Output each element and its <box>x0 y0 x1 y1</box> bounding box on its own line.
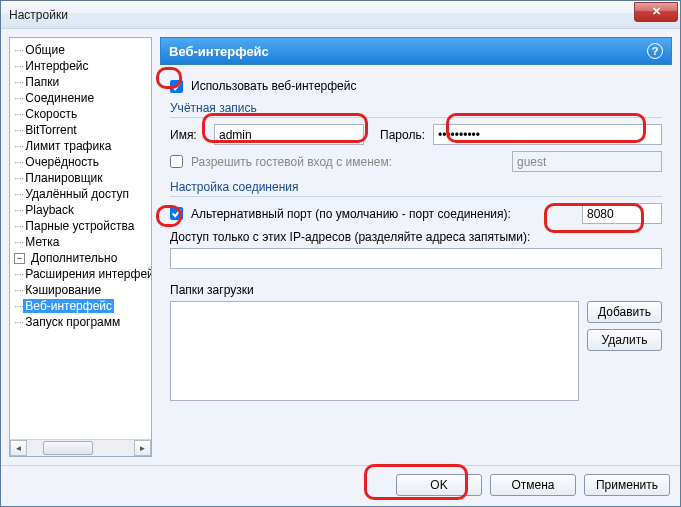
tree-item[interactable]: Парные устройства <box>14 218 149 234</box>
tree-item[interactable]: Лимит трафика <box>14 138 149 154</box>
username-input[interactable] <box>214 124 364 145</box>
alt-port-input[interactable] <box>582 203 662 224</box>
titlebar: Настройки ✕ <box>1 1 680 29</box>
horizontal-scrollbar[interactable]: ◄ ► <box>10 439 151 456</box>
ip-access-label: Доступ только с этих IP-адресов (разделя… <box>170 230 662 244</box>
ok-button[interactable]: OK <box>396 474 482 496</box>
tree-item[interactable]: Запуск программ <box>14 314 149 330</box>
alt-port-label: Альтернативный порт (по умолчанию - порт… <box>191 207 574 221</box>
name-label: Имя: <box>170 128 206 142</box>
tree-item[interactable]: Удалённый доступ <box>14 186 149 202</box>
tree-item[interactable]: Планировщик <box>14 170 149 186</box>
tree-item[interactable]: Playback <box>14 202 149 218</box>
password-input[interactable] <box>433 124 662 145</box>
scroll-left-icon[interactable]: ◄ <box>10 440 27 456</box>
tree-item[interactable]: Соединение <box>14 90 149 106</box>
download-folders-label: Папки загрузки <box>170 283 662 297</box>
close-button[interactable]: ✕ <box>634 2 678 22</box>
scroll-thumb[interactable] <box>43 441 93 455</box>
scroll-right-icon[interactable]: ► <box>134 440 151 456</box>
apply-button[interactable]: Применить <box>584 474 670 496</box>
cancel-button[interactable]: Отмена <box>490 474 576 496</box>
tree-item[interactable]: Скорость <box>14 106 149 122</box>
window-title: Настройки <box>9 8 634 22</box>
tree-item[interactable]: Кэширование <box>14 282 149 298</box>
tree-item[interactable]: Очерёдность <box>14 154 149 170</box>
enable-webui-checkbox[interactable] <box>170 80 183 93</box>
tree-item-advanced[interactable]: −Дополнительно <box>14 250 149 266</box>
guest-label: Разрешить гостевой вход с именем: <box>191 155 504 169</box>
help-icon[interactable]: ? <box>647 43 663 59</box>
alt-port-checkbox[interactable] <box>170 207 183 220</box>
account-group-label: Учётная запись <box>170 101 662 118</box>
tree-item[interactable]: BitTorrent <box>14 122 149 138</box>
delete-button[interactable]: Удалить <box>587 329 662 351</box>
ip-access-input[interactable] <box>170 248 662 269</box>
connection-group-label: Настройка соединения <box>170 180 662 197</box>
panel-title: Веб-интерфейс <box>169 44 269 59</box>
guest-name-input <box>512 151 662 172</box>
panel-header: Веб-интерфейс ? <box>160 37 672 65</box>
tree-item-webui[interactable]: Веб-интерфейс <box>14 298 149 314</box>
enable-webui-label: Использовать веб-интерфейс <box>191 79 357 93</box>
tree-item[interactable]: Метка <box>14 234 149 250</box>
tree-item[interactable]: Интерфейс <box>14 58 149 74</box>
add-button[interactable]: Добавить <box>587 301 662 323</box>
dialog-footer: OK Отмена Применить <box>1 465 680 506</box>
tree-item[interactable]: Папки <box>14 74 149 90</box>
tree-item[interactable]: Расширения интерфейса <box>14 266 149 282</box>
tree-item[interactable]: Общие <box>14 42 149 58</box>
expander-icon[interactable]: − <box>14 253 25 264</box>
password-label: Пароль: <box>380 128 425 142</box>
settings-tree[interactable]: Общие Интерфейс Папки Соединение Скорост… <box>9 37 152 457</box>
guest-checkbox[interactable] <box>170 155 183 168</box>
download-folders-list[interactable] <box>170 301 579 401</box>
